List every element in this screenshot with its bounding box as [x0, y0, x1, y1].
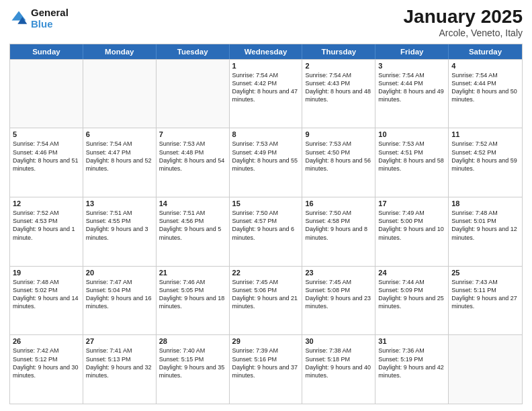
calendar-cell: 6Sunrise: 7:54 AM Sunset: 4:47 PM Daylig…: [83, 128, 157, 197]
day-info: Sunrise: 7:46 AM Sunset: 5:05 PM Dayligh…: [159, 278, 226, 311]
calendar-cell: 30Sunrise: 7:38 AM Sunset: 5:18 PM Dayli…: [302, 335, 375, 404]
day-info: Sunrise: 7:53 AM Sunset: 4:50 PM Dayligh…: [305, 140, 372, 173]
day-info: Sunrise: 7:51 AM Sunset: 4:55 PM Dayligh…: [86, 209, 153, 242]
calendar-week-4: 19Sunrise: 7:48 AM Sunset: 5:02 PM Dayli…: [10, 266, 522, 335]
day-number: 10: [378, 130, 445, 138]
day-number: 13: [86, 199, 153, 208]
header-saturday: Saturday: [449, 44, 522, 59]
day-number: 17: [378, 199, 445, 208]
day-number: 1: [232, 62, 300, 70]
logo-icon: [9, 9, 28, 28]
title-block: January 2025 Arcole, Veneto, Italy: [404, 7, 523, 38]
calendar-cell: 29Sunrise: 7:39 AM Sunset: 5:16 PM Dayli…: [230, 335, 303, 404]
calendar-week-2: 5Sunrise: 7:54 AM Sunset: 4:46 PM Daylig…: [10, 128, 522, 197]
calendar-cell: 10Sunrise: 7:53 AM Sunset: 4:51 PM Dayli…: [375, 128, 449, 197]
header: General Blue January 2025 Arcole, Veneto…: [9, 7, 523, 38]
day-number: 27: [86, 337, 153, 345]
calendar-cell: 31Sunrise: 7:36 AM Sunset: 5:19 PM Dayli…: [375, 335, 449, 404]
day-info: Sunrise: 7:40 AM Sunset: 5:15 PM Dayligh…: [159, 347, 226, 379]
day-number: 28: [159, 337, 226, 345]
calendar-cell: 14Sunrise: 7:51 AM Sunset: 4:56 PM Dayli…: [157, 197, 230, 266]
day-info: Sunrise: 7:51 AM Sunset: 4:56 PM Dayligh…: [159, 209, 226, 242]
day-number: 25: [451, 269, 519, 277]
location: Arcole, Veneto, Italy: [404, 28, 523, 38]
calendar-cell: 2Sunrise: 7:54 AM Sunset: 4:43 PM Daylig…: [302, 60, 375, 128]
calendar-cell: 18Sunrise: 7:48 AM Sunset: 5:01 PM Dayli…: [449, 197, 522, 266]
day-info: Sunrise: 7:48 AM Sunset: 5:02 PM Dayligh…: [13, 278, 80, 311]
calendar-cell: 20Sunrise: 7:47 AM Sunset: 5:04 PM Dayli…: [83, 267, 157, 335]
calendar-cell: 26Sunrise: 7:42 AM Sunset: 5:12 PM Dayli…: [10, 335, 83, 404]
header-monday: Monday: [83, 44, 157, 59]
calendar: Sunday Monday Tuesday Wednesday Thursday…: [9, 44, 523, 404]
header-thursday: Thursday: [302, 44, 375, 59]
calendar-cell: [157, 60, 230, 128]
calendar-cell: 25Sunrise: 7:43 AM Sunset: 5:11 PM Dayli…: [449, 267, 522, 335]
calendar-cell: 8Sunrise: 7:53 AM Sunset: 4:49 PM Daylig…: [230, 128, 303, 197]
day-info: Sunrise: 7:50 AM Sunset: 4:58 PM Dayligh…: [305, 209, 372, 242]
calendar-cell: 21Sunrise: 7:46 AM Sunset: 5:05 PM Dayli…: [157, 267, 230, 335]
day-number: 20: [86, 269, 153, 277]
day-number: 22: [232, 269, 300, 277]
day-info: Sunrise: 7:48 AM Sunset: 5:01 PM Dayligh…: [451, 209, 519, 242]
day-number: 30: [305, 337, 372, 345]
day-number: 19: [13, 269, 80, 277]
day-info: Sunrise: 7:49 AM Sunset: 5:00 PM Dayligh…: [378, 209, 445, 242]
calendar-cell: 13Sunrise: 7:51 AM Sunset: 4:55 PM Dayli…: [83, 197, 157, 266]
day-number: 24: [378, 269, 445, 277]
calendar-cell: 27Sunrise: 7:41 AM Sunset: 5:13 PM Dayli…: [83, 335, 157, 404]
day-info: Sunrise: 7:44 AM Sunset: 5:09 PM Dayligh…: [378, 278, 445, 311]
calendar-week-1: 1Sunrise: 7:54 AM Sunset: 4:42 PM Daylig…: [10, 59, 522, 128]
calendar-cell: 12Sunrise: 7:52 AM Sunset: 4:53 PM Dayli…: [10, 197, 83, 266]
page: General Blue January 2025 Arcole, Veneto…: [0, 0, 532, 411]
calendar-cell: 17Sunrise: 7:49 AM Sunset: 5:00 PM Dayli…: [375, 197, 449, 266]
day-info: Sunrise: 7:45 AM Sunset: 5:06 PM Dayligh…: [232, 278, 300, 311]
day-number: 16: [305, 199, 372, 208]
logo: General Blue: [9, 7, 69, 30]
day-info: Sunrise: 7:52 AM Sunset: 4:52 PM Dayligh…: [451, 140, 519, 173]
day-number: 5: [13, 130, 80, 138]
day-number: 7: [159, 130, 226, 138]
calendar-cell: 11Sunrise: 7:52 AM Sunset: 4:52 PM Dayli…: [449, 128, 522, 197]
day-number: 2: [305, 62, 372, 70]
calendar-body: 1Sunrise: 7:54 AM Sunset: 4:42 PM Daylig…: [10, 59, 522, 404]
calendar-week-5: 26Sunrise: 7:42 AM Sunset: 5:12 PM Dayli…: [10, 334, 522, 404]
calendar-cell: 9Sunrise: 7:53 AM Sunset: 4:50 PM Daylig…: [302, 128, 375, 197]
day-info: Sunrise: 7:36 AM Sunset: 5:19 PM Dayligh…: [378, 347, 445, 379]
header-wednesday: Wednesday: [230, 44, 303, 59]
calendar-cell: 23Sunrise: 7:45 AM Sunset: 5:08 PM Dayli…: [302, 267, 375, 335]
day-number: 8: [232, 130, 300, 138]
day-info: Sunrise: 7:54 AM Sunset: 4:46 PM Dayligh…: [13, 140, 80, 173]
calendar-cell: [449, 335, 522, 404]
month-title: January 2025: [404, 7, 523, 28]
calendar-cell: 28Sunrise: 7:40 AM Sunset: 5:15 PM Dayli…: [157, 335, 230, 404]
calendar-cell: 15Sunrise: 7:50 AM Sunset: 4:57 PM Dayli…: [230, 197, 303, 266]
day-number: 3: [378, 62, 445, 70]
day-number: 29: [232, 337, 300, 345]
calendar-week-3: 12Sunrise: 7:52 AM Sunset: 4:53 PM Dayli…: [10, 197, 522, 266]
day-info: Sunrise: 7:43 AM Sunset: 5:11 PM Dayligh…: [451, 278, 519, 311]
day-info: Sunrise: 7:54 AM Sunset: 4:44 PM Dayligh…: [378, 71, 445, 104]
calendar-cell: 22Sunrise: 7:45 AM Sunset: 5:06 PM Dayli…: [230, 267, 303, 335]
day-info: Sunrise: 7:54 AM Sunset: 4:47 PM Dayligh…: [86, 140, 153, 173]
day-info: Sunrise: 7:47 AM Sunset: 5:04 PM Dayligh…: [86, 278, 153, 311]
calendar-cell: 7Sunrise: 7:53 AM Sunset: 4:48 PM Daylig…: [157, 128, 230, 197]
day-info: Sunrise: 7:54 AM Sunset: 4:42 PM Dayligh…: [232, 71, 300, 104]
day-info: Sunrise: 7:53 AM Sunset: 4:51 PM Dayligh…: [378, 140, 445, 173]
day-number: 12: [13, 199, 80, 208]
calendar-cell: 3Sunrise: 7:54 AM Sunset: 4:44 PM Daylig…: [375, 60, 449, 128]
day-number: 4: [451, 62, 519, 70]
day-info: Sunrise: 7:50 AM Sunset: 4:57 PM Dayligh…: [232, 209, 300, 242]
day-number: 11: [451, 130, 519, 138]
calendar-cell: 4Sunrise: 7:54 AM Sunset: 4:44 PM Daylig…: [449, 60, 522, 128]
day-number: 15: [232, 199, 300, 208]
calendar-cell: 19Sunrise: 7:48 AM Sunset: 5:02 PM Dayli…: [10, 267, 83, 335]
logo-line2: Blue: [31, 18, 69, 30]
day-info: Sunrise: 7:42 AM Sunset: 5:12 PM Dayligh…: [13, 347, 80, 379]
day-number: 9: [305, 130, 372, 138]
day-number: 31: [378, 337, 445, 345]
calendar-cell: 5Sunrise: 7:54 AM Sunset: 4:46 PM Daylig…: [10, 128, 83, 197]
day-info: Sunrise: 7:53 AM Sunset: 4:48 PM Dayligh…: [159, 140, 226, 173]
calendar-header: Sunday Monday Tuesday Wednesday Thursday…: [10, 44, 522, 59]
calendar-cell: [10, 60, 83, 128]
day-info: Sunrise: 7:38 AM Sunset: 5:18 PM Dayligh…: [305, 347, 372, 379]
